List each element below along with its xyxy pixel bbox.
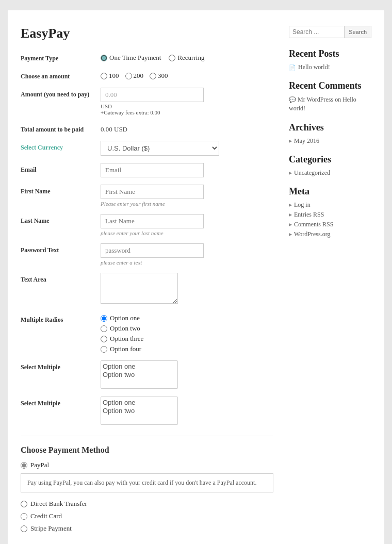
recurring-option[interactable]: Recurring	[169, 54, 204, 62]
password-label: Password Text	[21, 243, 101, 254]
sidebar-search: Search	[289, 26, 371, 38]
last-name-input[interactable]	[101, 214, 204, 228]
select-multiple-field-2: Option one Option two	[101, 397, 273, 425]
credit-card-label: Credit Card	[30, 512, 62, 520]
textarea-field	[101, 273, 273, 306]
choose-amount-label: Choose an amount	[21, 70, 101, 80]
amount-field: USD +Gateway fees extra: 0.00	[101, 88, 273, 116]
currency-select[interactable]: U.S. Dollar ($)	[101, 141, 219, 156]
first-name-field: Please enter your first name	[101, 185, 273, 207]
select-m2-opt1: Option one	[103, 399, 176, 407]
radio-option-two[interactable]: Option two	[101, 324, 273, 333]
credit-card-radio[interactable]	[21, 513, 27, 520]
meta-title: Meta	[289, 186, 371, 197]
amount-row: Amount (you need to pay) USD +Gateway fe…	[21, 88, 273, 116]
recent-comments-title: Recent Comments	[289, 80, 371, 91]
total-label: Total amount to be paid	[21, 123, 101, 134]
archives-may-2016[interactable]: May 2016	[289, 137, 371, 145]
password-row: Password Text please enter a text	[21, 243, 273, 266]
categories-section: Categories Uncategorized	[289, 154, 371, 177]
first-name-hint: Please enter your first name	[101, 201, 273, 207]
select-multiple-label-1: Select Multiple	[21, 360, 101, 371]
payment-method-section: Choose Payment Method PayPal Pay using P…	[21, 436, 273, 544]
multiple-radios-label: Multiple Radios	[21, 313, 101, 324]
recent-post-link[interactable]: Hello world!	[298, 63, 330, 71]
payment-method-title: Choose Payment Method	[21, 446, 273, 455]
select-multiple-2[interactable]: Option one Option two	[101, 397, 178, 425]
select-m2-opt2: Option two	[103, 407, 176, 415]
radio-option-one[interactable]: Option one	[101, 314, 273, 322]
gateway-fees: +Gateway fees extra: 0.00	[101, 109, 273, 116]
radio-one-label: Option one	[110, 314, 140, 322]
meta-section: Meta Log in Entries RSS Comments RSS Wor…	[289, 186, 371, 238]
radio-two-input[interactable]	[101, 325, 107, 332]
email-field	[101, 163, 273, 177]
total-row: Total amount to be paid 0.00 USD	[21, 123, 273, 134]
email-input[interactable]	[101, 163, 204, 177]
search-button[interactable]: Search	[345, 26, 371, 38]
amount-100-label: 100	[109, 72, 119, 80]
comment-on: on	[335, 96, 342, 103]
amount-200-label: 200	[134, 72, 144, 80]
radio-four-label: Option four	[110, 345, 141, 353]
select-multiple-row-2: Select Multiple Option one Option two	[21, 397, 273, 425]
textarea-label: Text Area	[21, 273, 101, 284]
select-m1-opt2: Option two	[103, 371, 176, 379]
select-m1-opt1: Option one	[103, 362, 176, 371]
amount-300-option[interactable]: 300	[150, 72, 168, 80]
category-uncategorized[interactable]: Uncategorized	[289, 169, 371, 177]
total-field: 0.00 USD	[101, 123, 273, 134]
payment-type-field: One Time Payment Recurring	[101, 52, 273, 62]
amount-200-radio[interactable]	[125, 73, 132, 79]
radio-option-three[interactable]: Option three	[101, 335, 273, 343]
currency-row: Select Currency U.S. Dollar ($)	[21, 141, 273, 156]
paypal-label: PayPal	[30, 461, 49, 469]
bank-radio[interactable]	[21, 501, 27, 507]
page-title: EasyPay	[21, 26, 273, 41]
one-time-payment-radio[interactable]	[101, 55, 107, 61]
multiple-radios-row: Multiple Radios Option one Option two	[21, 313, 273, 353]
meta-entries-rss[interactable]: Entries RSS	[289, 211, 371, 219]
stripe-option[interactable]: Stripe Payment	[21, 524, 273, 533]
meta-wordpress-org[interactable]: WordPress.org	[289, 230, 371, 238]
archives-section: Archives May 2016	[289, 122, 371, 145]
select-multiple-1[interactable]: Option one Option two	[101, 360, 178, 389]
credit-card-option[interactable]: Credit Card	[21, 512, 273, 520]
radio-four-input[interactable]	[101, 346, 107, 353]
stripe-radio[interactable]	[21, 525, 27, 532]
textarea-input[interactable]	[101, 273, 178, 304]
amount-100-option[interactable]: 100	[101, 72, 119, 80]
comment-item: 💬 Mr WordPress on Hello world!	[289, 95, 371, 113]
currency-code: USD	[101, 103, 273, 109]
amount-200-option[interactable]: 200	[125, 72, 144, 80]
textarea-row: Text Area	[21, 273, 273, 306]
categories-title: Categories	[289, 154, 371, 165]
amount-100-radio[interactable]	[101, 73, 107, 79]
radio-three-input[interactable]	[101, 336, 107, 342]
select-multiple-row-1: Select Multiple Option one Option two	[21, 360, 273, 389]
meta-comments-rss[interactable]: Comments RSS	[289, 221, 371, 228]
last-name-row: Last Name please enter your last name	[21, 214, 273, 236]
first-name-row: First Name Please enter your first name	[21, 185, 273, 207]
paypal-radio[interactable]	[21, 462, 27, 469]
radio-three-label: Option three	[110, 335, 143, 343]
meta-login[interactable]: Log in	[289, 201, 371, 209]
select-multiple-label-2: Select Multiple	[21, 397, 101, 407]
choose-amount-row: Choose an amount 100 200 300	[21, 70, 273, 80]
amount-label: Amount (you need to pay)	[21, 88, 101, 98]
password-input[interactable]	[101, 243, 204, 258]
radio-option-four[interactable]: Option four	[101, 345, 273, 353]
radio-one-input[interactable]	[101, 315, 107, 322]
paypal-option[interactable]: PayPal	[21, 461, 273, 469]
bank-transfer-option[interactable]: Direct Bank Transfer	[21, 500, 273, 508]
amount-input[interactable]	[101, 88, 204, 102]
first-name-input[interactable]	[101, 185, 204, 199]
payment-type-label: Payment Type	[21, 52, 101, 62]
recurring-radio[interactable]	[169, 55, 175, 61]
amount-300-radio[interactable]	[150, 73, 156, 79]
currency-field: U.S. Dollar ($)	[101, 141, 273, 156]
search-input[interactable]	[289, 26, 345, 38]
comment-icon: 💬	[289, 96, 296, 103]
one-time-payment-option[interactable]: One Time Payment	[101, 54, 161, 62]
currency-label: Select Currency	[21, 141, 101, 152]
